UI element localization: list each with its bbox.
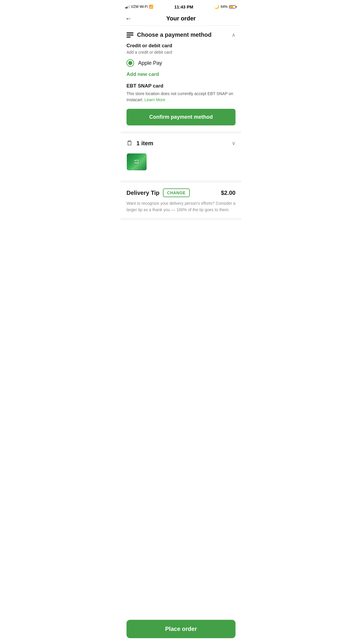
wifi-icon: 📶 xyxy=(149,5,153,9)
delivery-tip-section: Delivery Tip CHANGE $2.00 Want to recogn… xyxy=(121,183,241,220)
battery-fill xyxy=(230,6,233,8)
payment-icon-line-2 xyxy=(126,34,133,36)
tip-header-left: Delivery Tip CHANGE xyxy=(126,188,190,197)
credit-debit-subtitle: Add a credit or debit card xyxy=(126,50,236,55)
ebt-title: EBT SNAP card xyxy=(126,83,236,89)
page-title: Your order xyxy=(166,15,196,22)
tip-label: Delivery Tip xyxy=(126,190,159,196)
signal-bar-1 xyxy=(125,7,126,8)
bottom-spacer xyxy=(121,220,241,249)
battery-tip xyxy=(236,6,237,8)
mtn-dew-product-image: MTNDEW xyxy=(127,153,147,170)
tip-description: Want to recognize your delivery person's… xyxy=(126,200,236,213)
back-button[interactable]: ← xyxy=(125,15,132,22)
payment-card-icon xyxy=(126,32,133,38)
signal-bars xyxy=(125,5,130,8)
confirm-payment-button[interactable]: Confirm payment method xyxy=(126,109,236,125)
items-count-title: 1 item xyxy=(136,140,153,147)
items-header: 🗒 1 item ∨ xyxy=(126,139,236,147)
ebt-desc-text: This store location does not currently a… xyxy=(126,91,233,102)
payment-section-header: Choose a payment method ∧ xyxy=(126,32,236,38)
signal-bar-4 xyxy=(129,5,130,8)
main-content: Choose a payment method ∧ Credit or debi… xyxy=(121,26,241,249)
signal-bar-3 xyxy=(128,6,129,8)
items-section: 🗒 1 item ∨ MTNDEW xyxy=(121,134,241,183)
payment-section-title: Choose a payment method xyxy=(137,32,212,38)
payment-header-left: Choose a payment method xyxy=(126,32,212,38)
payment-section: Choose a payment method ∧ Credit or debi… xyxy=(121,26,241,134)
payment-chevron-up-icon[interactable]: ∧ xyxy=(232,32,236,38)
cart-icon: 🗒 xyxy=(126,139,133,147)
change-tip-button[interactable]: CHANGE xyxy=(163,188,190,197)
item-thumbnail: MTNDEW xyxy=(126,152,147,172)
ebt-description: This store location does not currently a… xyxy=(126,91,236,103)
tip-header: Delivery Tip CHANGE $2.00 xyxy=(126,188,236,197)
status-bar: VZW Wi-Fi 📶 11:43 PM 🌙 64% xyxy=(121,0,241,13)
moon-icon: 🌙 xyxy=(214,4,219,9)
apple-pay-radio[interactable] xyxy=(126,59,134,67)
battery-icon xyxy=(229,5,237,8)
payment-icon-line-3 xyxy=(126,36,131,38)
apple-pay-option[interactable]: Apple Pay xyxy=(126,59,236,67)
mtn-dew-label: MTNDEW xyxy=(134,160,139,164)
credit-debit-title: Credit or debit card xyxy=(126,43,236,49)
radio-inner xyxy=(128,61,132,65)
battery-percent: 64% xyxy=(221,5,228,9)
items-chevron-down-icon[interactable]: ∨ xyxy=(232,140,236,146)
nav-bar: ← Your order xyxy=(121,13,241,26)
add-new-card-button[interactable]: Add new card xyxy=(126,71,236,77)
learn-more-link[interactable]: Learn More xyxy=(144,97,165,102)
carrier-label: VZW Wi-Fi xyxy=(131,5,148,9)
tip-amount: $2.00 xyxy=(221,190,236,196)
items-header-left: 🗒 1 item xyxy=(126,139,153,147)
ebt-section: EBT SNAP card This store location does n… xyxy=(126,83,236,103)
status-time: 11:43 PM xyxy=(174,4,193,9)
credit-debit-option[interactable]: Credit or debit card Add a credit or deb… xyxy=(126,43,236,55)
status-right: 🌙 64% xyxy=(214,4,237,9)
signal-bar-2 xyxy=(126,7,127,8)
battery-body xyxy=(229,5,236,8)
apple-pay-label: Apple Pay xyxy=(138,60,162,66)
status-left: VZW Wi-Fi 📶 xyxy=(125,5,153,9)
payment-icon-line-1 xyxy=(126,32,133,34)
